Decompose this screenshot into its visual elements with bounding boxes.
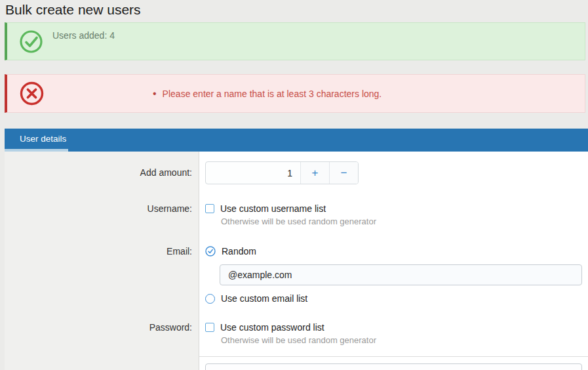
amount-input-group: + − xyxy=(205,161,359,184)
add-amount-label: Add amount: xyxy=(5,161,199,184)
radio-checked-icon[interactable] xyxy=(205,246,216,257)
panel-body: Add amount: + − Username: Use custom use… xyxy=(5,152,588,370)
partial-bottom-input[interactable] xyxy=(205,363,582,370)
password-hint: Otherwise will be used random generator xyxy=(221,335,376,345)
password-row: Password: Use custom password list Other… xyxy=(5,321,588,345)
page: Bulk create new users Users added: 4 • P… xyxy=(0,0,588,370)
error-alert: • Please enter a name that is at least 3… xyxy=(5,74,585,113)
username-hint: Otherwise will be used random generator xyxy=(221,216,376,226)
bullet-marker: • xyxy=(153,88,157,100)
amount-input[interactable] xyxy=(206,162,300,184)
email-domain-input[interactable] xyxy=(220,264,582,285)
username-label: Username: xyxy=(5,202,199,226)
custom-password-checkbox[interactable] xyxy=(205,323,214,332)
increment-button[interactable]: + xyxy=(300,162,329,184)
add-amount-row: Add amount: + − xyxy=(5,161,588,184)
custom-password-checkbox-label[interactable]: Use custom password list xyxy=(220,322,324,333)
x-circle-icon xyxy=(19,81,45,106)
email-random-radio-label[interactable]: Random xyxy=(222,246,256,257)
panel-header: User details xyxy=(5,129,588,152)
email-custom-radio-label[interactable]: Use custom email list xyxy=(221,293,307,304)
error-message-text: Please enter a name that is at least 3 c… xyxy=(163,89,382,99)
success-message: Users added: 4 xyxy=(52,23,115,60)
username-row: Username: Use custom username list Other… xyxy=(5,202,588,226)
check-circle-icon xyxy=(19,23,43,60)
section-divider xyxy=(199,356,588,357)
email-row: Email: Random Use cu xyxy=(5,245,588,305)
password-label: Password: xyxy=(5,321,199,345)
decrement-button[interactable]: − xyxy=(329,162,358,184)
success-alert: Users added: 4 xyxy=(5,22,585,60)
custom-username-checkbox-label[interactable]: Use custom username list xyxy=(220,203,326,214)
tab-user-details[interactable]: User details xyxy=(5,129,66,144)
page-title: Bulk create new users xyxy=(0,0,588,20)
email-label: Email: xyxy=(5,245,199,305)
custom-username-checkbox[interactable] xyxy=(205,204,214,213)
email-custom-radio[interactable] xyxy=(205,294,215,304)
user-details-panel: User details Add amount: + − Username: xyxy=(5,129,588,370)
error-message: • Please enter a name that is at least 3… xyxy=(153,88,382,100)
